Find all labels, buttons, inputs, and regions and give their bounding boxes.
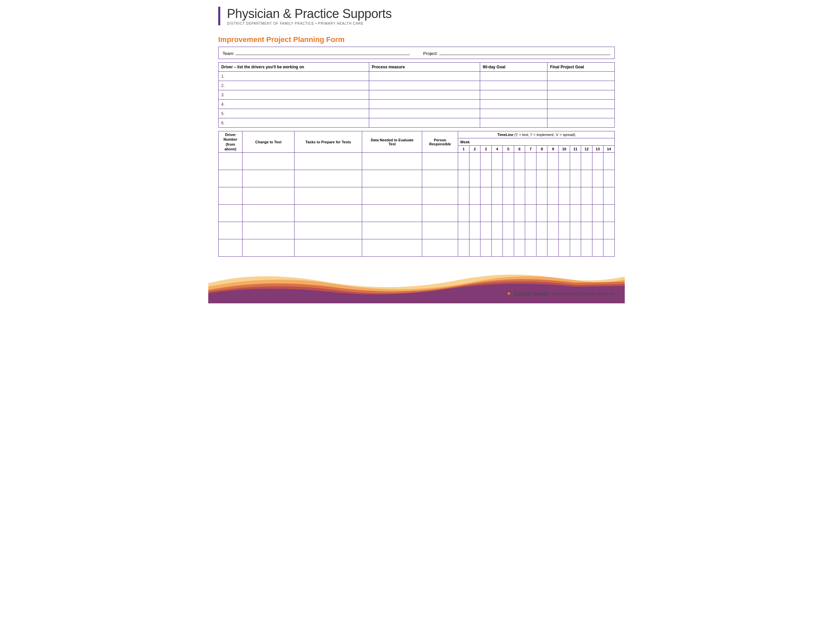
driver-cell[interactable]: 6. [219,118,369,128]
week-cell-8[interactable] [536,153,547,170]
process-cell[interactable] [369,118,480,128]
project-line[interactable] [439,50,610,55]
tasks-cell[interactable] [294,239,362,257]
week-cell-11[interactable] [570,170,581,187]
data-cell[interactable] [362,204,422,222]
final-goal-cell[interactable] [547,72,614,81]
week-cell-6[interactable] [514,222,525,239]
week-cell-12[interactable] [581,153,592,170]
process-cell[interactable] [369,100,480,109]
week-cell-14[interactable] [603,239,615,257]
week-cell-9[interactable] [547,153,559,170]
week-cell-4[interactable] [492,170,503,187]
week-cell-14[interactable] [603,204,615,222]
driver-num-cell[interactable] [219,204,243,222]
driver-cell[interactable]: 3. [219,90,369,100]
week-cell-4[interactable] [492,204,503,222]
driver-num-cell[interactable] [219,222,243,239]
week-cell-4[interactable] [492,187,503,204]
driver-cell[interactable]: 1. [219,72,369,81]
week-cell-1[interactable] [458,170,470,187]
week-cell-14[interactable] [603,222,615,239]
tasks-cell[interactable] [294,170,362,187]
week-cell-3[interactable] [481,170,492,187]
person-cell[interactable] [422,239,458,257]
driver-cell[interactable]: 2. [219,81,369,90]
week-cell-13[interactable] [592,187,603,204]
week-cell-10[interactable] [559,222,570,239]
week-cell-2[interactable] [469,239,481,257]
week-cell-2[interactable] [469,170,481,187]
week-cell-12[interactable] [581,239,592,257]
week-cell-10[interactable] [559,153,570,170]
change-cell[interactable] [242,153,294,170]
week-cell-7[interactable] [525,239,536,257]
final-goal-cell[interactable] [547,100,614,109]
week-cell-8[interactable] [536,204,547,222]
week-cell-1[interactable] [458,187,470,204]
driver-num-cell[interactable] [219,153,243,170]
final-goal-cell[interactable] [547,109,614,118]
data-cell[interactable] [362,170,422,187]
week-cell-1[interactable] [458,222,470,239]
goal90-cell[interactable] [480,90,547,100]
week-cell-13[interactable] [592,204,603,222]
week-cell-13[interactable] [592,153,603,170]
week-cell-13[interactable] [592,170,603,187]
data-cell[interactable] [362,153,422,170]
week-cell-8[interactable] [536,187,547,204]
week-cell-6[interactable] [514,239,525,257]
week-cell-14[interactable] [603,170,615,187]
tasks-cell[interactable] [294,222,362,239]
week-cell-10[interactable] [559,187,570,204]
driver-num-cell[interactable] [219,170,243,187]
final-goal-cell[interactable] [547,118,614,128]
change-cell[interactable] [242,170,294,187]
week-cell-5[interactable] [503,153,514,170]
goal90-cell[interactable] [480,118,547,128]
week-cell-7[interactable] [525,222,536,239]
week-cell-10[interactable] [559,239,570,257]
week-cell-14[interactable] [603,187,615,204]
final-goal-cell[interactable] [547,90,614,100]
week-cell-5[interactable] [503,239,514,257]
week-cell-9[interactable] [547,204,559,222]
driver-num-cell[interactable] [219,239,243,257]
tasks-cell[interactable] [294,153,362,170]
week-cell-7[interactable] [525,153,536,170]
week-cell-11[interactable] [570,153,581,170]
week-cell-7[interactable] [525,204,536,222]
week-cell-3[interactable] [481,187,492,204]
week-cell-11[interactable] [570,204,581,222]
week-cell-5[interactable] [503,170,514,187]
tasks-cell[interactable] [294,187,362,204]
week-cell-12[interactable] [581,222,592,239]
person-cell[interactable] [422,153,458,170]
change-cell[interactable] [242,187,294,204]
week-cell-9[interactable] [547,170,559,187]
tasks-cell[interactable] [294,204,362,222]
change-cell[interactable] [242,222,294,239]
data-cell[interactable] [362,187,422,204]
week-cell-5[interactable] [503,204,514,222]
data-cell[interactable] [362,222,422,239]
process-cell[interactable] [369,109,480,118]
week-cell-5[interactable] [503,222,514,239]
week-cell-11[interactable] [570,222,581,239]
driver-num-cell[interactable] [219,187,243,204]
week-cell-6[interactable] [514,204,525,222]
driver-cell[interactable]: 5. [219,109,369,118]
week-cell-1[interactable] [458,153,470,170]
goal90-cell[interactable] [480,109,547,118]
week-cell-2[interactable] [469,187,481,204]
person-cell[interactable] [422,187,458,204]
week-cell-14[interactable] [603,153,615,170]
week-cell-10[interactable] [559,170,570,187]
week-cell-13[interactable] [592,239,603,257]
final-goal-cell[interactable] [547,81,614,90]
week-cell-9[interactable] [547,239,559,257]
process-cell[interactable] [369,72,480,81]
week-cell-4[interactable] [492,239,503,257]
week-cell-2[interactable] [469,153,481,170]
week-cell-10[interactable] [559,204,570,222]
